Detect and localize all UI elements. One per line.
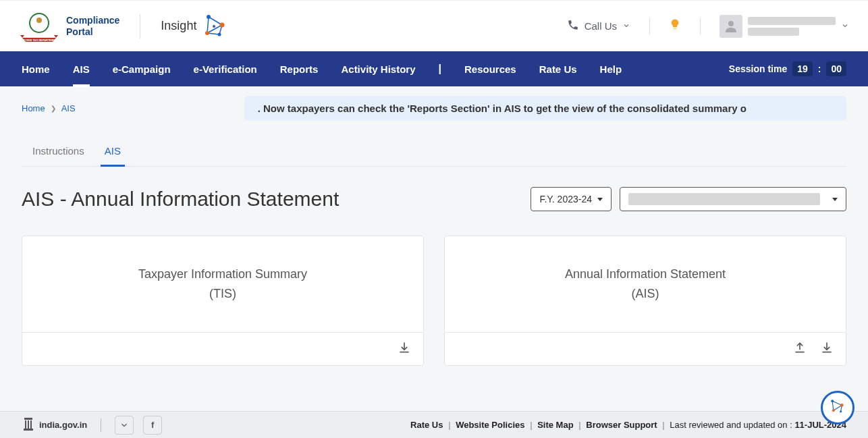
chat-button[interactable] [821, 391, 855, 425]
svg-line-20 [832, 401, 834, 410]
svg-point-8 [207, 15, 211, 19]
nav-everification[interactable]: e-Verification [194, 54, 257, 84]
nav-help[interactable]: Help [600, 54, 622, 84]
card-tis-line1: Taxpayer Information Summary [138, 265, 307, 284]
emblem-icon: INCOME TAX DEPARTMENT [19, 9, 59, 43]
tab-instructions[interactable]: Instructions [32, 137, 84, 166]
footer-rate-us[interactable]: Rate Us [410, 420, 443, 430]
card-tis-line2: (TIS) [138, 284, 307, 304]
insight-logo[interactable]: Insight [161, 13, 227, 40]
user-name [748, 17, 836, 36]
download-icon[interactable] [820, 341, 834, 357]
chat-network-icon [828, 397, 847, 418]
insight-network-icon [203, 13, 227, 40]
svg-rect-17 [30, 420, 32, 429]
header-divider-2 [649, 18, 650, 34]
svg-point-9 [220, 22, 225, 27]
footer: india.gov.in f Rate Us | Website Policie… [0, 411, 868, 438]
svg-point-12 [213, 25, 215, 28]
footer-support[interactable]: Browser Support [586, 420, 657, 430]
card-tis-footer [22, 332, 423, 365]
nav-items: Home AIS e-Campaign e-Verification Repor… [22, 54, 622, 84]
tabs: Instructions AIS [22, 137, 846, 167]
logo-area[interactable]: INCOME TAX DEPARTMENT Compliance Portal [19, 9, 119, 43]
card-ais-body[interactable]: Annual Information Statement (AIS) [445, 236, 846, 332]
facebook-icon[interactable]: f [143, 416, 162, 435]
portal-name: Compliance Portal [66, 15, 119, 38]
svg-rect-15 [25, 420, 26, 429]
page-title: AIS - Annual Information Statement [22, 188, 339, 211]
fy-select-value: F.Y. 2023-24 [539, 194, 592, 204]
svg-point-11 [218, 32, 221, 36]
fy-select[interactable]: F.Y. 2023-24 [531, 187, 612, 211]
card-ais-title: Annual Information Statement (AIS) [565, 265, 726, 304]
marquee-banner: . Now taxpayers can check the 'Reports S… [244, 96, 846, 121]
breadcrumb-row: Home ❯ AIS . Now taxpayers can check the… [22, 86, 846, 121]
selectors: F.Y. 2023-24 [531, 187, 846, 211]
nav-home[interactable]: Home [22, 54, 50, 84]
header-divider [140, 14, 140, 38]
footer-divider [101, 418, 101, 432]
caret-down-icon [832, 198, 838, 201]
navbar: Home AIS e-Campaign e-Verification Repor… [0, 51, 868, 86]
breadcrumb-home[interactable]: Home [22, 103, 45, 113]
avatar-icon [720, 15, 742, 38]
card-ais-line2: (AIS) [565, 284, 726, 304]
twitter-icon[interactable] [115, 416, 134, 435]
nav-rateus[interactable]: Rate Us [539, 54, 577, 84]
card-ais-footer [445, 332, 846, 365]
download-icon[interactable] [398, 341, 411, 357]
svg-rect-18 [24, 429, 33, 431]
footer-policies[interactable]: Website Policies [456, 420, 524, 430]
svg-point-26 [840, 410, 842, 412]
breadcrumb: Home ❯ AIS [22, 103, 76, 113]
svg-text:INCOME TAX DEPARTMENT: INCOME TAX DEPARTMENT [21, 38, 57, 42]
tab-ais[interactable]: AIS [105, 137, 121, 166]
card-ais: Annual Information Statement (AIS) [444, 236, 846, 366]
bulb-icon[interactable] [669, 18, 681, 34]
footer-reviewed-label: Last reviewed and updated on : [670, 420, 794, 430]
nav-resources[interactable]: Resources [464, 54, 516, 84]
insight-label: Insight [161, 19, 196, 33]
chevron-down-icon [841, 22, 849, 31]
footer-sitemap[interactable]: Site Map [537, 420, 573, 430]
cards: Taxpayer Information Summary (TIS) Annua… [22, 236, 846, 366]
header-divider-3 [700, 18, 701, 34]
nav-separator: | [439, 63, 441, 75]
breadcrumb-ais[interactable]: AIS [61, 103, 76, 113]
title-row: AIS - Annual Information Statement F.Y. … [22, 187, 846, 211]
nav-activity[interactable]: Activity History [341, 54, 415, 84]
card-tis-title: Taxpayer Information Summary (TIS) [138, 265, 307, 304]
session-sec: 00 [826, 61, 846, 76]
nav-ais[interactable]: AIS [73, 54, 90, 84]
card-ais-line1: Annual Information Statement [565, 265, 726, 284]
nav-reports[interactable]: Reports [280, 54, 319, 84]
svg-point-1 [36, 18, 42, 23]
user-menu[interactable] [720, 15, 849, 38]
footer-left: india.gov.in f [22, 416, 162, 435]
chevron-down-icon [622, 22, 630, 31]
upload-icon[interactable] [793, 341, 807, 357]
caret-down-icon [597, 198, 603, 201]
call-us-dropdown[interactable]: Call Us [567, 19, 630, 33]
header-left: INCOME TAX DEPARTMENT Compliance Portal … [19, 9, 227, 43]
svg-rect-14 [24, 418, 32, 420]
card-tis-body[interactable]: Taxpayer Information Summary (TIS) [22, 236, 423, 332]
session-timer: Session time 19 : 00 [729, 61, 846, 76]
footer-right: Rate Us | Website Policies | Site Map | … [410, 420, 846, 430]
emblem-small-icon [22, 416, 35, 433]
india-gov-link[interactable]: india.gov.in [22, 416, 87, 433]
nav-ecampaign[interactable]: e-Campaign [113, 54, 171, 84]
content: Home ❯ AIS . Now taxpayers can check the… [0, 86, 868, 366]
svg-point-13 [728, 21, 734, 26]
session-min: 19 [792, 61, 813, 76]
svg-rect-16 [28, 420, 29, 429]
svg-line-4 [207, 17, 209, 33]
svg-point-23 [831, 400, 834, 402]
header-right: Call Us [567, 15, 849, 38]
pan-select[interactable] [620, 187, 846, 211]
svg-point-24 [840, 404, 844, 407]
phone-icon [567, 19, 579, 33]
svg-point-25 [832, 409, 835, 412]
call-us-label: Call Us [585, 20, 617, 32]
